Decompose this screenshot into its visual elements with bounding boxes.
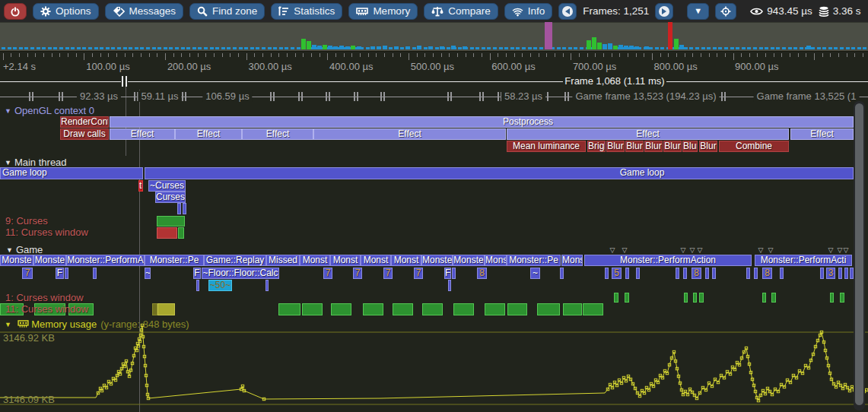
- zone-bar[interactable]: Blur: [663, 141, 682, 152]
- histogram-frame-bar[interactable]: [164, 47, 167, 49]
- histogram-frame-bar[interactable]: [24, 47, 28, 49]
- memory-button[interactable]: Memory: [348, 3, 418, 20]
- histogram-frame-bar[interactable]: [53, 47, 57, 49]
- game-frame-label[interactable]: 106.59 µs: [202, 90, 252, 102]
- histogram-frame-bar[interactable]: [718, 47, 722, 49]
- histogram-frame-bar[interactable]: [345, 46, 350, 49]
- histogram-frame-bar[interactable]: [111, 47, 115, 49]
- zone-bar[interactable]: Game::Replay: [204, 255, 266, 266]
- histogram-frame-bar[interactable]: [8, 47, 11, 49]
- histogram-frame-bar[interactable]: [285, 47, 288, 49]
- histogram-frame-bar[interactable]: [701, 47, 705, 49]
- zone-bar[interactable]: [157, 227, 177, 239]
- zone-bar[interactable]: [583, 303, 603, 315]
- histogram-frame-bar[interactable]: [451, 46, 456, 49]
- zone-bar[interactable]: [507, 303, 527, 315]
- histogram-frame-bar[interactable]: [603, 44, 607, 49]
- game-frame-label[interactable]: Game frame 13,525 (1: [754, 90, 860, 102]
- histogram-frame-bar[interactable]: [660, 47, 664, 49]
- zone-bar[interactable]: [265, 280, 269, 291]
- zone-bar[interactable]: F: [193, 268, 201, 279]
- zone-bar[interactable]: [676, 268, 679, 279]
- histogram-frame-bar[interactable]: [574, 47, 577, 49]
- info-button[interactable]: Info: [504, 3, 553, 20]
- zone-bar[interactable]: Blur: [606, 141, 625, 152]
- zone-bar[interactable]: [693, 293, 697, 303]
- histogram-frame-bar[interactable]: [782, 47, 786, 49]
- zone-bar[interactable]: 7: [414, 268, 423, 279]
- zone-bar[interactable]: [754, 268, 758, 279]
- zone-bar[interactable]: [820, 268, 824, 279]
- zone-bar[interactable]: [838, 268, 842, 279]
- histogram-frame-bar[interactable]: [135, 47, 138, 49]
- histogram-frame-bar[interactable]: [357, 46, 361, 49]
- histogram-frame-bar[interactable]: [129, 47, 132, 49]
- zone-bar[interactable]: Game loop: [0, 167, 143, 179]
- zone-bar[interactable]: ~Curses: [148, 180, 186, 192]
- go-to-frame-button[interactable]: ▼: [687, 3, 709, 20]
- message-marker-icon[interactable]: ▽: [690, 247, 695, 254]
- zone-bar[interactable]: ti: [138, 180, 143, 192]
- histogram-frame-bar[interactable]: [169, 47, 173, 49]
- zone-bar[interactable]: [762, 293, 766, 303]
- histogram-frame-bar[interactable]: [339, 46, 344, 49]
- zone-bar[interactable]: 8: [477, 268, 487, 279]
- histogram-frame-bar[interactable]: [800, 47, 803, 49]
- histogram-frame-bar[interactable]: [59, 47, 63, 49]
- histogram-frame-bar[interactable]: [198, 47, 202, 49]
- zone-bar[interactable]: Monste: [421, 255, 453, 266]
- histogram-frame-bar[interactable]: [463, 46, 467, 49]
- histogram-frame-bar[interactable]: [504, 47, 508, 49]
- zone-bar[interactable]: [422, 303, 443, 315]
- scrollbar-track[interactable]: [854, 101, 865, 410]
- zone-bar[interactable]: [393, 303, 413, 315]
- histogram-frame-bar[interactable]: [475, 47, 479, 49]
- game-frame-label[interactable]: 92.33 µs: [77, 90, 121, 102]
- histogram-frame-bar[interactable]: [239, 47, 243, 49]
- zone-bar[interactable]: 8: [692, 268, 701, 279]
- section-header-opengl[interactable]: ▼OpenGL context 0: [5, 105, 94, 116]
- histogram-frame-bar[interactable]: [689, 47, 693, 49]
- zone-bar[interactable]: Game loop: [145, 167, 854, 179]
- zone-bar[interactable]: [563, 303, 582, 315]
- zone-bar[interactable]: [453, 303, 474, 315]
- histogram-frame-bar[interactable]: [77, 47, 81, 49]
- game-frame-label[interactable]: 59.11 µs: [138, 90, 181, 102]
- histogram-frame-bar[interactable]: [140, 47, 144, 49]
- zone-bar[interactable]: [178, 227, 184, 239]
- histogram-frame-bar[interactable]: [268, 47, 272, 49]
- zone-bar[interactable]: Combine: [719, 141, 789, 152]
- histogram-frame-bar[interactable]: [244, 47, 248, 49]
- message-marker-icon[interactable]: ▽: [622, 247, 628, 254]
- histogram-frame-bar[interactable]: [629, 46, 634, 49]
- histogram-frame-bar[interactable]: [301, 39, 306, 49]
- statistics-button[interactable]: Statistics: [271, 3, 342, 20]
- zone-bar[interactable]: ~: [145, 268, 151, 279]
- zone-bar[interactable]: Monster::Pe: [145, 255, 204, 266]
- histogram-frame-bar[interactable]: [370, 46, 375, 49]
- histogram-frame-bar[interactable]: [424, 47, 428, 49]
- histogram-frame-bar[interactable]: [580, 47, 583, 49]
- histogram-frame-bar[interactable]: [227, 47, 231, 49]
- histogram-frame-bar[interactable]: [851, 47, 855, 49]
- zone-bar[interactable]: ~50~: [208, 280, 232, 291]
- histogram-frame-bar[interactable]: [328, 46, 332, 49]
- zone-bar[interactable]: 7: [22, 268, 33, 279]
- histogram-frame-bar[interactable]: [333, 46, 338, 49]
- histogram-frame-bar[interactable]: [88, 47, 92, 49]
- histogram-frame-bar[interactable]: [204, 47, 208, 49]
- zone-bar[interactable]: Monste: [33, 255, 66, 266]
- zone-bar[interactable]: 7: [383, 268, 393, 279]
- options-button[interactable]: Options: [33, 3, 99, 20]
- histogram-frame-bar[interactable]: [674, 39, 679, 49]
- histogram-frame-bar[interactable]: [470, 47, 474, 49]
- histogram-frame-bar[interactable]: [157, 47, 161, 49]
- zone-bar[interactable]: Curses: [155, 192, 186, 203]
- zone-bar[interactable]: 7: [353, 268, 362, 279]
- message-marker-icon[interactable]: ▽: [844, 247, 849, 254]
- histogram-frame-bar[interactable]: [522, 47, 526, 49]
- histogram-frame-bar[interactable]: [30, 47, 34, 49]
- message-marker-icon[interactable]: ▽: [838, 247, 843, 254]
- message-marker-icon[interactable]: ▽: [768, 247, 774, 254]
- histogram-frame-bar[interactable]: [250, 47, 254, 49]
